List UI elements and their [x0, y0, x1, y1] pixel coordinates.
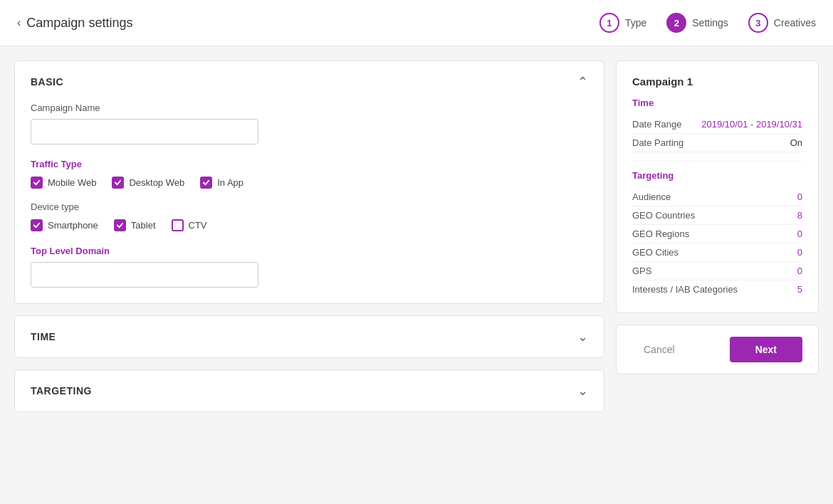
device-smartphone[interactable]: Smartphone [31, 219, 98, 231]
summary-date-range-value: 2019/10/01 - 2019/10/31 [701, 119, 802, 130]
targeting-row: Interests / IAB Categories5 [632, 280, 802, 298]
targeting-row-value: 8 [797, 210, 802, 221]
step-3-circle: 3 [748, 13, 768, 33]
summary-card: Campaign 1 Time Date Range 2019/10/01 - … [616, 61, 819, 313]
targeting-row: GEO Regions0 [632, 225, 802, 243]
traffic-desktop-web[interactable]: Desktop Web [112, 177, 184, 189]
step-3-label: Creatives [774, 17, 816, 28]
desktop-web-label: Desktop Web [129, 177, 184, 188]
targeting-row: Audience0 [632, 188, 802, 206]
tablet-label: Tablet [131, 220, 156, 231]
targeting-row: GEO Countries8 [632, 206, 802, 225]
summary-targeting-rows: Audience0GEO Countries8GEO Regions0GEO C… [632, 188, 802, 298]
targeting-row-label: Audience [632, 191, 671, 202]
basic-section-title: BASIC [31, 76, 63, 88]
targeting-row-label: GPS [632, 266, 651, 276]
device-ctv[interactable]: CTV [172, 219, 207, 231]
summary-time-title: Time [632, 98, 802, 108]
targeting-row-label: GEO Countries [632, 210, 695, 221]
targeting-row-label: Interests / IAB Categories [632, 284, 738, 295]
targeting-row-label: GEO Cities [632, 247, 679, 258]
back-button[interactable]: ‹ [17, 16, 21, 29]
in-app-label: In App [217, 177, 243, 188]
basic-chevron-up-icon: ⌃ [577, 74, 588, 90]
device-type-label: Device type [31, 201, 588, 212]
step-1-circle: 1 [599, 13, 619, 33]
campaign-name-input[interactable] [31, 119, 258, 145]
tablet-checkbox[interactable] [114, 219, 126, 231]
step-type[interactable]: 1 Type [599, 13, 646, 33]
right-panel: Campaign 1 Time Date Range 2019/10/01 - … [616, 61, 819, 374]
traffic-in-app[interactable]: In App [200, 177, 243, 189]
summary-date-range-row: Date Range 2019/10/01 - 2019/10/31 [632, 115, 802, 134]
summary-campaign-title: Campaign 1 [632, 75, 802, 88]
targeting-section-header[interactable]: TARGETING ⌄ [15, 370, 604, 411]
summary-date-parting-row: Date Parting On [632, 134, 802, 152]
device-tablet[interactable]: Tablet [114, 219, 156, 231]
header-left: ‹ Campaign settings [17, 16, 132, 31]
traffic-mobile-web[interactable]: Mobile Web [31, 177, 96, 189]
summary-targeting-title: Targeting [632, 170, 802, 181]
top-level-domain-input[interactable] [31, 262, 258, 288]
device-type-group: Smartphone Tablet CTV [31, 219, 588, 231]
smartphone-label: Smartphone [48, 220, 98, 231]
targeting-section-card: TARGETING ⌄ [14, 369, 604, 412]
main-content: BASIC ⌃ Campaign Name Traffic Type [0, 46, 833, 504]
targeting-row-label: GEO Regions [632, 229, 689, 239]
steps-nav: 1 Type 2 Settings 3 Creatives [599, 13, 816, 33]
campaign-name-label: Campaign Name [31, 103, 588, 113]
summary-date-parting-value: On [790, 137, 802, 148]
step-2-circle: 2 [666, 13, 686, 33]
step-2-label: Settings [692, 17, 728, 28]
mobile-web-label: Mobile Web [48, 177, 96, 188]
summary-date-parting-label: Date Parting [632, 137, 683, 148]
smartphone-checkbox[interactable] [31, 219, 43, 231]
time-section-title: TIME [31, 331, 56, 342]
traffic-type-group: Mobile Web Desktop Web [31, 177, 588, 189]
summary-divider [632, 161, 802, 162]
ctv-label: CTV [189, 220, 207, 231]
action-card: Cancel Next [616, 325, 819, 374]
targeting-chevron-down-icon: ⌄ [577, 383, 588, 399]
step-1-label: Type [625, 17, 646, 28]
basic-section-header[interactable]: BASIC ⌃ [15, 61, 604, 103]
in-app-checkbox[interactable] [200, 177, 212, 189]
basic-section-card: BASIC ⌃ Campaign Name Traffic Type [14, 61, 604, 304]
targeting-row-value: 0 [797, 191, 802, 202]
targeting-row-value: 0 [797, 247, 802, 258]
targeting-row-value: 5 [797, 284, 802, 295]
time-section-card: TIME ⌄ [14, 315, 604, 358]
step-settings[interactable]: 2 Settings [666, 13, 728, 33]
summary-date-range-label: Date Range [632, 119, 681, 130]
time-section-header[interactable]: TIME ⌄ [15, 316, 604, 357]
step-creatives[interactable]: 3 Creatives [748, 13, 816, 33]
targeting-row: GPS0 [632, 262, 802, 280]
mobile-web-checkbox[interactable] [31, 177, 43, 189]
traffic-type-label: Traffic Type [31, 159, 588, 169]
targeting-row-value: 0 [797, 229, 802, 239]
targeting-row: GEO Cities0 [632, 243, 802, 262]
page-title: Campaign settings [26, 16, 132, 31]
targeting-row-value: 0 [797, 266, 802, 276]
basic-section-body: Campaign Name Traffic Type Mobile Web [15, 103, 604, 303]
targeting-section-title: TARGETING [31, 385, 92, 397]
header: ‹ Campaign settings 1 Type 2 Settings 3 … [0, 0, 833, 46]
left-column: BASIC ⌃ Campaign Name Traffic Type [14, 61, 604, 412]
ctv-checkbox[interactable] [172, 219, 184, 231]
cancel-button[interactable]: Cancel [632, 338, 686, 361]
desktop-web-checkbox[interactable] [112, 177, 124, 189]
next-button[interactable]: Next [730, 337, 802, 362]
top-level-domain-label: Top Level Domain [31, 246, 588, 256]
time-chevron-down-icon: ⌄ [577, 329, 588, 345]
